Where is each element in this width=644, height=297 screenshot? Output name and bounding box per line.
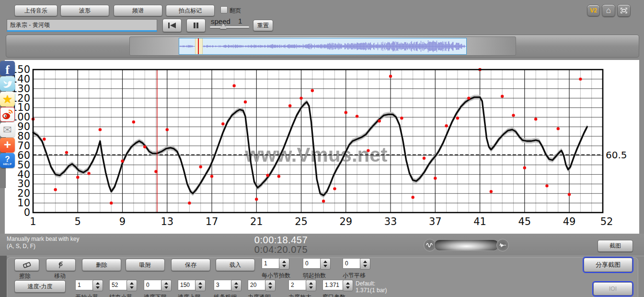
spinner-up-icon[interactable] [96,282,100,285]
screenshot-button[interactable]: 截图 [598,240,633,252]
stepper[interactable] [360,258,370,270]
stepper[interactable] [279,258,289,270]
stepper[interactable] [231,280,242,291]
stepper[interactable] [306,280,316,291]
spinner-up-icon[interactable] [268,282,272,285]
stepper[interactable] [161,280,172,291]
spinner-down-icon[interactable] [323,265,327,267]
spinner-down-icon[interactable] [164,286,168,289]
spinner-down-icon[interactable] [198,286,202,289]
window-parameter-label: 窗口参数 [322,293,345,297]
snap-button[interactable]: 吸附 [126,259,165,271]
spinner-down-icon[interactable] [96,286,100,289]
tempo-max-label: 速度上限 [178,293,201,297]
spectrum-button[interactable]: 频谱 [114,5,162,16]
spinner-down-icon[interactable] [346,286,350,289]
volume-slider[interactable] [434,239,499,251]
spinner-up-icon[interactable] [346,282,350,285]
tempo-curve-chart[interactable]: www.Vmus.net0102030405060708090100110120… [5,60,639,234]
spinner-down-icon[interactable] [130,286,134,289]
pause-button[interactable] [186,19,206,32]
spinner-up-icon[interactable] [164,282,168,285]
svg-text:5: 5 [75,216,81,227]
spinner-down-icon[interactable] [363,265,367,267]
vmus-tempo-analyzer: 上传音乐 波形 频谱 拍点标记 翻页 殷承宗 - 黄河颂 speed 1 重置 … [0,0,644,297]
home-button[interactable]: ⌂ [602,4,615,17]
erase-tool-button[interactable] [14,259,39,271]
speed-value: 1 [238,17,242,25]
svg-text:37: 37 [429,216,442,227]
start-measure-value[interactable]: 1 [75,280,93,290]
ioi-button[interactable]: IOI [593,282,632,296]
beat-mark-button[interactable]: 拍点标记 [166,5,215,16]
svg-text:60.5: 60.5 [606,149,627,161]
tempo-dynamics-mode-button[interactable]: 速度-力度 [14,280,66,293]
spinner-down-icon[interactable] [309,286,313,289]
dynamics-zoom-label: 力度放大 [288,293,311,297]
speed-slider-track[interactable] [210,26,249,28]
spinner-up-icon[interactable] [282,261,286,263]
twitter-icon[interactable] [0,76,15,91]
v2-version-button[interactable]: V2 [587,5,600,16]
default-note-line1: Default: [356,280,375,287]
tempo-min-value[interactable]: 0 [144,280,162,290]
delete-button[interactable]: 删除 [82,259,121,271]
weibo-icon[interactable] [0,107,15,122]
load-button[interactable]: 载入 [216,259,255,271]
upload-music-button[interactable]: 上传音乐 [14,5,58,16]
spinner-up-icon[interactable] [309,282,313,285]
page-turn-checkbox[interactable] [220,6,228,13]
stepper[interactable] [343,280,353,291]
spinner-down-icon[interactable] [234,286,238,289]
default-note-line2: 1.371(1 bar) [356,287,387,294]
pickup-beats-value[interactable]: 0 [303,258,321,269]
fullscreen-button[interactable] [617,4,631,17]
svg-text:17: 17 [206,216,218,227]
waveform-playhead-band[interactable] [195,38,203,54]
speed-slider-handle[interactable] [220,24,227,29]
waveform-button[interactable]: 波形 [60,5,109,16]
stepper[interactable] [320,258,331,270]
move-icon [57,261,65,269]
tempo-min-label: 速度下限 [144,293,167,297]
qzone-icon[interactable]: ★ [0,92,15,107]
mail-icon[interactable]: ✉ [0,122,15,137]
erase-tool-label: 擦除 [19,272,31,280]
share-screenshot-button[interactable]: 分享截图 [584,258,632,272]
stepper[interactable] [126,280,137,291]
move-tool-button[interactable] [46,259,76,271]
window-parameter-value[interactable]: 1.371 [322,280,344,290]
dynamics-opacity-value[interactable]: 20 [248,280,266,290]
stepper[interactable] [92,280,103,291]
svg-text:9: 9 [119,216,126,227]
page-turn-label: 翻页 [230,7,241,15]
spinner-down-icon[interactable] [268,286,272,289]
measure-shift-value[interactable]: 0 [343,258,361,269]
spinner-down-icon[interactable] [282,265,286,267]
help-icon[interactable]: ? HELP [0,153,15,168]
svg-text:52: 52 [600,216,613,227]
track-title-input[interactable]: 殷承宗 - 黄河颂 [7,19,157,32]
spinner-up-icon[interactable] [363,261,367,263]
spinner-up-icon[interactable] [198,282,202,285]
dynamics-zoom-value[interactable]: 2 [288,280,307,290]
skip-to-start-button[interactable] [162,19,182,32]
stepper[interactable] [265,280,276,291]
end-measure-value[interactable]: 52 [109,280,127,290]
facebook-icon[interactable]: f [0,61,15,76]
spinner-up-icon[interactable] [130,282,134,285]
addthis-share-icon[interactable]: + [0,138,15,153]
svg-text:49: 49 [563,216,576,227]
tempo-max-value[interactable]: 150 [178,280,196,290]
spinner-up-icon[interactable] [234,282,238,285]
line-width-value[interactable]: 3 [214,280,232,290]
beat-key-hint-line2: (A, S, D, F) [7,243,35,249]
waveform-view-box[interactable] [179,38,467,55]
save-button[interactable]: 保存 [171,259,210,271]
svg-text:13: 13 [161,216,173,227]
spinner-up-icon[interactable] [323,261,327,263]
audio-waveform [179,38,466,54]
beats-per-measure-value[interactable]: 1 [262,258,280,269]
reset-button[interactable]: 重置 [253,20,273,31]
stepper[interactable] [195,280,206,291]
